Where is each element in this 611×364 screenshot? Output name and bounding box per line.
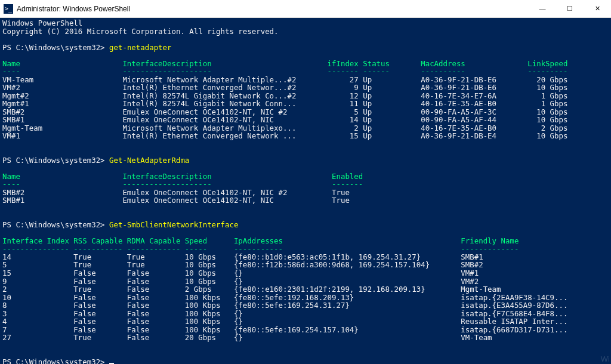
prompt: PS C:\Windows\system32> — [2, 43, 105, 52]
titlebar[interactable]: >_ Administrator: Windows PowerShell ― ☐… — [0, 0, 611, 18]
command-get-smbclientnetworkinterface: Get-SmbClientNetworkInterface — [109, 220, 238, 229]
window-title: Administrator: Windows PowerShell — [17, 5, 529, 13]
table3-row: 27 True False 20 Gbps {} VM-Team — [2, 333, 492, 342]
powershell-icon: >_ — [4, 4, 13, 14]
close-button[interactable]: ✕ — [584, 0, 611, 17]
command-get-netadapterrdma: Get-NetAdapterRdma — [109, 156, 189, 165]
window-controls: ― ☐ ✕ — [529, 0, 611, 17]
minimize-button[interactable]: ― — [529, 0, 556, 17]
command-get-netadapter: get-netadapter — [109, 43, 171, 52]
table1-row: VM#1 Intel(R) Ethernet Converged Network… — [2, 131, 567, 140]
terminal-output[interactable]: Windows PowerShell Copyright (C) 2016 Mi… — [0, 18, 611, 364]
maximize-button[interactable]: ☐ — [556, 0, 584, 17]
prompt: PS C:\Windows\system32> — [2, 220, 105, 229]
watermark: Wi — [601, 355, 610, 363]
table2-row: SMB#1 Emulex OneConnect OCe14102-NT, NIC… — [2, 196, 350, 205]
prompt: PS C:\Windows\system32> — [2, 357, 105, 364]
prompt: PS C:\Windows\system32> — [2, 156, 105, 165]
copyright-line: Copyright (C) 2016 Microsoft Corporation… — [2, 27, 279, 36]
